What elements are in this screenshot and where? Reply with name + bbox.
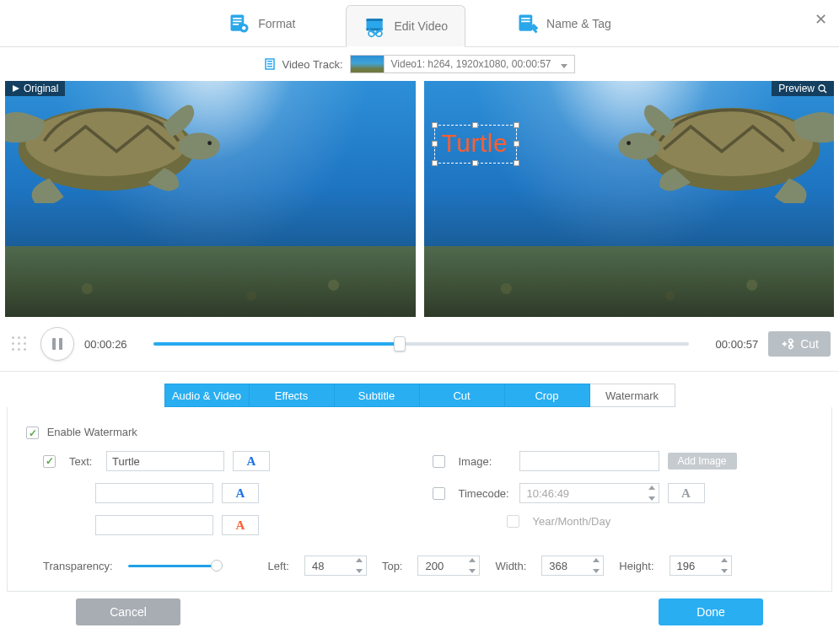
close-icon[interactable]: ✕ bbox=[815, 10, 827, 29]
subtab-subtitle[interactable]: Subtitle bbox=[335, 384, 420, 407]
svg-rect-20 bbox=[267, 63, 272, 65]
subtab-audio-video[interactable]: Audio & Video bbox=[164, 384, 250, 407]
watermark-text-input-3[interactable] bbox=[95, 515, 213, 535]
track-icon bbox=[264, 58, 276, 70]
top-label: Top: bbox=[382, 560, 403, 572]
video-track-label: Video Track: bbox=[282, 58, 343, 71]
svg-rect-21 bbox=[267, 66, 272, 67]
timecode-checkbox[interactable] bbox=[433, 487, 445, 500]
svg-rect-19 bbox=[267, 61, 272, 62]
tab-name-tag[interactable]: Name & Tag bbox=[499, 0, 628, 46]
top-input[interactable] bbox=[417, 555, 480, 576]
enable-watermark-label: Enable Watermark bbox=[47, 426, 137, 438]
svg-point-9 bbox=[242, 26, 245, 30]
watermark-text-input-1[interactable] bbox=[106, 451, 224, 471]
ymd-checkbox[interactable] bbox=[507, 515, 519, 528]
width-input[interactable] bbox=[541, 555, 604, 576]
turtle-image bbox=[5, 89, 231, 203]
subtab-watermark[interactable]: Watermark bbox=[590, 384, 675, 407]
tab-edit-video[interactable]: Edit Video bbox=[346, 5, 465, 47]
subtab-effects[interactable]: Effects bbox=[250, 384, 335, 407]
timecode-font-button[interactable]: A bbox=[668, 483, 705, 503]
image-label: Image: bbox=[459, 455, 511, 468]
font-button-3[interactable]: A bbox=[222, 515, 259, 535]
watermark-text[interactable]: Turtle bbox=[442, 129, 508, 157]
svg-rect-5 bbox=[233, 18, 242, 19]
height-label: Height: bbox=[619, 560, 653, 572]
edit-subtabs: Audio & Video Effects Subtitle Cut Crop … bbox=[0, 384, 839, 407]
original-label: Original bbox=[5, 81, 65, 96]
enable-watermark-checkbox[interactable] bbox=[26, 427, 39, 439]
height-input[interactable] bbox=[670, 555, 732, 576]
preview-label: Preview bbox=[772, 81, 834, 96]
svg-rect-15 bbox=[519, 14, 533, 30]
magnifier-icon bbox=[818, 84, 827, 94]
text-label: Text: bbox=[69, 455, 98, 468]
video-track-value: Video1: h264, 1920x1080, 00:00:57 bbox=[385, 58, 575, 70]
timecode-input[interactable] bbox=[519, 483, 659, 503]
play-icon bbox=[12, 84, 20, 93]
subtab-cut[interactable]: Cut bbox=[420, 384, 505, 407]
font-button-2[interactable]: A bbox=[222, 483, 259, 503]
svg-rect-7 bbox=[233, 24, 239, 25]
svg-rect-6 bbox=[233, 20, 242, 22]
image-watermark-checkbox[interactable] bbox=[433, 455, 445, 468]
watermark-panel: Enable Watermark Text: A A A bbox=[7, 407, 832, 592]
total-time: 00:00:57 bbox=[699, 338, 758, 351]
text-watermark-checkbox[interactable] bbox=[43, 455, 56, 468]
transparency-slider[interactable] bbox=[128, 559, 221, 572]
done-button[interactable]: Done bbox=[659, 598, 763, 625]
svg-rect-17 bbox=[521, 20, 530, 22]
original-preview: Original bbox=[5, 81, 416, 317]
track-thumbnail bbox=[351, 56, 385, 72]
drag-handle-icon[interactable] bbox=[8, 333, 30, 355]
tab-format[interactable]: Format bbox=[211, 0, 312, 46]
left-input[interactable] bbox=[304, 555, 367, 576]
svg-rect-11 bbox=[367, 19, 383, 21]
play-pause-button[interactable] bbox=[40, 327, 74, 361]
svg-rect-16 bbox=[521, 18, 530, 19]
transparency-label: Transparency: bbox=[43, 560, 113, 572]
timecode-label: Timecode: bbox=[459, 487, 511, 500]
tab-name-tag-label: Name & Tag bbox=[546, 17, 611, 30]
svg-point-22 bbox=[819, 85, 825, 91]
main-tabs: Format Edit Video Name & Tag ✕ bbox=[0, 0, 839, 47]
scissors-icon bbox=[780, 336, 795, 352]
cut-button[interactable]: Cut bbox=[768, 331, 831, 357]
width-label: Width: bbox=[495, 560, 526, 572]
add-image-button[interactable]: Add Image bbox=[668, 453, 737, 470]
image-path-input[interactable] bbox=[519, 451, 659, 471]
tab-edit-video-label: Edit Video bbox=[394, 19, 448, 33]
seek-slider[interactable] bbox=[153, 336, 689, 352]
tab-format-label: Format bbox=[258, 17, 295, 30]
watermark-text-input-2[interactable] bbox=[95, 483, 213, 503]
video-track-select[interactable]: Video1: h264, 1920x1080, 00:00:57 bbox=[350, 55, 576, 73]
svg-line-23 bbox=[824, 90, 826, 93]
font-button-1[interactable]: A bbox=[233, 451, 270, 471]
ymd-label: Year/Month/Day bbox=[533, 515, 611, 528]
result-preview: Turtle Preview bbox=[424, 81, 835, 317]
left-label: Left: bbox=[268, 560, 289, 572]
subtab-crop[interactable]: Crop bbox=[505, 384, 590, 407]
turtle-image bbox=[608, 89, 834, 203]
cancel-button[interactable]: Cancel bbox=[76, 598, 180, 625]
current-time: 00:00:26 bbox=[84, 338, 143, 351]
watermark-bounding-box[interactable]: Turtle bbox=[434, 125, 518, 164]
